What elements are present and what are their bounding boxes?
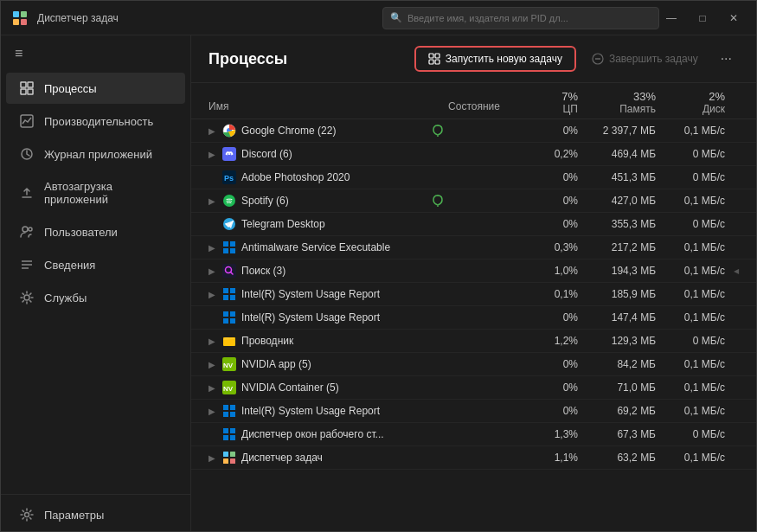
process-cpu: 0% — [517, 381, 578, 394]
sidebar-item-users[interactable]: Пользователи — [6, 216, 185, 247]
end-task-icon — [592, 53, 604, 65]
table-row[interactable]: ▶ Intel(R) System Usage Report 0,1% 185,… — [191, 283, 756, 306]
more-button[interactable]: ··· — [714, 48, 739, 70]
expand-icon[interactable]: ▶ — [208, 360, 215, 369]
app-title: Диспетчер задач — [37, 12, 382, 24]
content-header: Процессы Запустить новую задачу — [191, 35, 756, 83]
process-memory: 451,3 МБ — [578, 171, 656, 183]
table-row[interactable]: ▶ Google Chrome (22) 0% 2 397,7 МБ 0,1 М… — [191, 119, 756, 143]
sidebar-item-settings[interactable]: Параметры — [6, 499, 185, 530]
expand-icon[interactable]: ▶ — [208, 383, 215, 393]
table-row[interactable]: ▶ NV NVIDIA Container (5) 0% 71,0 МБ 0,1… — [191, 376, 756, 400]
process-cpu: 0,2% — [517, 148, 578, 160]
close-button[interactable]: ✕ — [722, 6, 746, 30]
table-row[interactable]: ▶ Диспетчер задач 1,1% 63,2 МБ 0,1 МБ/с — [191, 446, 756, 470]
app-icon — [222, 194, 236, 208]
expand-icon[interactable]: ▶ — [208, 407, 215, 416]
process-name: ▶ Telegram Desktop — [208, 217, 431, 231]
table-row[interactable]: ▶ Ps Adobe Photoshop 2020 0% 451,3 МБ 0 … — [191, 166, 756, 189]
hamburger-button[interactable]: ≡ — [1, 35, 190, 72]
col-cpu-header: 7% ЦП — [517, 87, 578, 115]
process-disk: 0,1 МБ/с — [656, 195, 725, 207]
sidebar-item-startup[interactable]: Автозагрузка приложений — [6, 171, 185, 215]
expand-icon[interactable]: ▶ — [208, 126, 215, 136]
process-cpu: 0% — [517, 405, 578, 417]
app-icon — [222, 240, 236, 254]
header-actions: Запустить новую задачу Завершить задачу … — [414, 46, 739, 72]
maximize-button[interactable]: □ — [690, 6, 715, 30]
search-input[interactable] — [407, 13, 651, 23]
process-disk: 0 МБ/с — [656, 171, 725, 183]
expand-icon[interactable]: ▶ — [208, 266, 215, 276]
table-row[interactable]: ▶ Antimalware Service Executable 0,3% 21… — [191, 236, 756, 260]
process-name: ▶ Поиск (3) — [208, 264, 431, 278]
process-name: ▶ Ps Adobe Photoshop 2020 — [208, 170, 431, 184]
process-disk: 0,1 МБ/с — [656, 125, 725, 137]
search-icon: 🔍 — [390, 12, 402, 23]
expand-icon[interactable]: ▶ — [208, 453, 215, 463]
process-cpu: 0% — [517, 218, 578, 230]
process-name: ▶ Intel(R) System Usage Report — [208, 311, 431, 324]
table-row[interactable]: ▶ Discord (6) 0,2% 469,4 МБ 0 МБ/с — [191, 143, 756, 166]
expand-icon[interactable]: ▶ — [208, 150, 215, 159]
process-disk: 0,1 МБ/с — [656, 452, 725, 464]
expand-icon[interactable]: ▶ — [208, 337, 215, 346]
sidebar-item-details[interactable]: Сведения — [6, 249, 185, 280]
svg-rect-59 — [230, 428, 235, 433]
app-icon: Ps — [222, 170, 236, 184]
process-table[interactable]: Имя Состояние 7% ЦП 33% Память 2% Диск — [191, 83, 756, 531]
new-task-icon — [428, 53, 440, 65]
end-task-button[interactable]: Завершить задачу — [583, 48, 707, 70]
minimize-button[interactable]: — — [659, 6, 683, 30]
svg-rect-43 — [223, 295, 228, 300]
app-icon: NV — [222, 357, 236, 371]
svg-point-11 — [29, 228, 32, 231]
sidebar-item-processes[interactable]: Процессы — [6, 73, 185, 104]
table-row[interactable]: ▶ Intel(R) System Usage Report 0% 147,4 … — [191, 306, 756, 330]
process-memory: 355,3 МБ — [578, 218, 656, 230]
app-icon — [222, 427, 236, 441]
svg-rect-1 — [21, 11, 27, 17]
expand-icon[interactable]: ▶ — [208, 196, 215, 206]
sidebar-services-label: Службы — [44, 292, 87, 304]
sidebar-item-performance[interactable]: Производительность — [6, 106, 185, 137]
app-icon — [11, 10, 29, 27]
table-row[interactable]: ▶ Intel(R) System Usage Report 0% 69,2 М… — [191, 400, 756, 423]
col-name-header: Имя — [208, 87, 431, 115]
process-name: ▶ Диспетчер задач — [208, 451, 431, 465]
svg-rect-38 — [222, 264, 236, 278]
process-disk: 0,1 МБ/с — [656, 241, 725, 253]
sidebar-users-label: Пользователи — [44, 226, 118, 239]
svg-rect-55 — [230, 405, 235, 410]
app-icon — [222, 334, 236, 348]
svg-rect-44 — [230, 295, 235, 300]
process-name: ▶ Intel(R) System Usage Report — [208, 404, 431, 418]
new-task-button[interactable]: Запустить новую задачу — [414, 46, 576, 72]
table-row[interactable]: ▶ Поиск (3) 1,0% 194,3 МБ 0,1 МБ/с ◀ — [191, 260, 756, 283]
process-disk: 0,1 МБ/с — [656, 405, 725, 417]
svg-rect-58 — [223, 428, 228, 433]
table-row[interactable]: ▶ Проводник 1,2% 129,3 МБ 0 МБ/с — [191, 330, 756, 353]
sidebar-item-apphistory[interactable]: Журнал приложений — [6, 138, 185, 170]
sidebar-item-services[interactable]: Службы — [6, 282, 185, 313]
process-cpu: 0% — [517, 311, 578, 324]
table-row[interactable]: ▶ Telegram Desktop 0% 355,3 МБ 0 МБ/с — [191, 213, 756, 236]
svg-rect-46 — [230, 311, 235, 317]
table-row[interactable]: ▶ Диспетчер окон рабочего ст... 1,3% 67,… — [191, 423, 756, 446]
sidebar-processes-label: Процессы — [44, 82, 97, 95]
process-memory: 194,3 МБ — [578, 265, 656, 277]
svg-rect-3 — [21, 19, 27, 25]
app-icon — [222, 404, 236, 418]
services-icon — [20, 291, 34, 304]
eco-icon — [431, 124, 445, 138]
svg-rect-35 — [230, 241, 235, 247]
sidebar-startup-label: Автозагрузка приложений — [44, 180, 171, 206]
svg-rect-62 — [223, 452, 228, 457]
table-row[interactable]: ▶ Spotify (6) 0% 427,0 МБ 0,1 МБ/с — [191, 189, 756, 213]
expand-icon[interactable]: ▶ — [208, 290, 215, 299]
search-bar[interactable]: 🔍 — [382, 7, 659, 29]
window-controls: — □ ✕ — [659, 6, 746, 30]
process-disk: 0,1 МБ/с — [656, 381, 725, 394]
table-row[interactable]: ▶ NV NVIDIA app (5) 0% 84,2 МБ 0,1 МБ/с — [191, 353, 756, 376]
expand-icon[interactable]: ▶ — [208, 243, 215, 253]
